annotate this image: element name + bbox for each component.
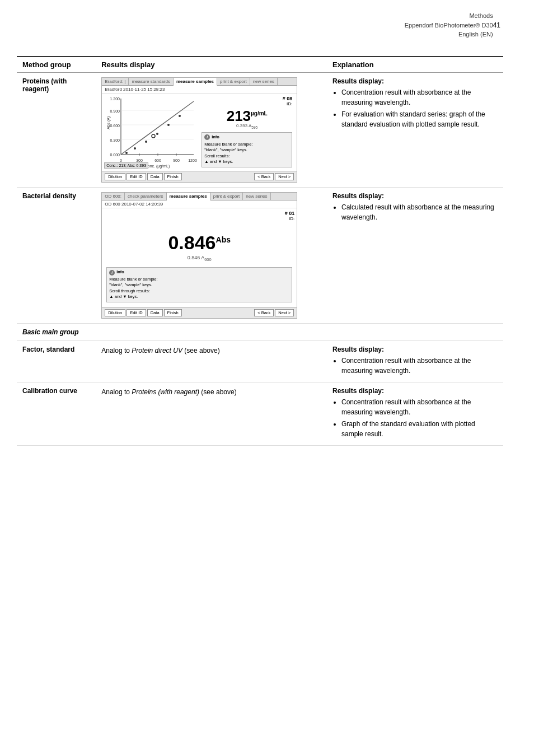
- explanation-cell-factor: Results display: Concentration result wi…: [327, 340, 503, 382]
- method-cell-factor: Factor, standard: [17, 340, 96, 382]
- bact-explanation-title: Results display:: [332, 192, 498, 200]
- page-header: Methods Eppendorf BioPhotometer® D30 Eng…: [0, 0, 500, 45]
- bact-info-line-1: Measure blank or sample:: [109, 277, 289, 283]
- bact-data-button[interactable]: Data: [147, 309, 163, 316]
- svg-text:0.000: 0.000: [110, 153, 120, 157]
- tab-measure-standards[interactable]: measure standards: [129, 78, 173, 85]
- bact-sub-value: 0.846 A600: [104, 255, 294, 262]
- screen-tabs: Bradford: | measure standards measure sa…: [102, 78, 297, 86]
- methods-table: Method group Results display Explanation…: [17, 56, 503, 446]
- screen-header: Bradford 2010-11-25 15:28:23: [102, 86, 297, 94]
- language-label: English (EN): [458, 31, 493, 38]
- results-cell-calib: Analog to Proteins (with reagent) (see a…: [96, 382, 327, 445]
- screen-footer: Dilution Edit ID Data Finish < Back Next…: [102, 171, 297, 182]
- svg-text:0.900: 0.900: [110, 109, 120, 113]
- calib-method-name: Calibration curve: [22, 387, 77, 395]
- explanation-cell: Results display: Concentration result wi…: [327, 72, 503, 187]
- explanation-list: Concentration result with absorbance at …: [332, 87, 498, 129]
- bact-finish-button[interactable]: Finish: [164, 309, 182, 316]
- product-label: Eppendorf BioPhotometer® D30: [405, 22, 493, 29]
- tab-check-params[interactable]: check parameters: [125, 193, 167, 200]
- conc-label: Conc.: 213; Abs: 0.393: [104, 162, 148, 169]
- bact-sample-num: # 01: [285, 211, 295, 216]
- bact-edit-id-button[interactable]: Edit ID: [127, 309, 146, 316]
- bact-info-header: i Info: [109, 269, 289, 276]
- bact-info-line-3: Scroll through results:: [109, 288, 289, 295]
- tab-new-series-bact[interactable]: new series: [243, 193, 270, 200]
- bact-info-line-2: "blank", "sample" keys.: [109, 282, 289, 288]
- screen-header-bact: OD 600 2010-07-02 14:20:39: [102, 200, 297, 208]
- tab-print-export[interactable]: print & export: [217, 78, 250, 85]
- svg-text:300: 300: [136, 158, 143, 162]
- info-line-3: Scroll results:: [204, 153, 289, 160]
- bact-body: # 01 ID: 0.846Abs 0.846 A600 i: [102, 208, 297, 307]
- bact-sample-info: # 01 ID:: [104, 211, 294, 223]
- calib-explanation-title: Results display:: [332, 387, 498, 395]
- bact-back-button[interactable]: < Back: [254, 309, 274, 316]
- bact-dilution-button[interactable]: Dilution: [105, 309, 125, 316]
- svg-point-20: [145, 141, 147, 143]
- bradford-screen: Bradford: | measure standards measure sa…: [101, 77, 297, 183]
- data-button[interactable]: Data: [147, 173, 163, 180]
- concentration-value: 213µg/mL: [202, 109, 292, 123]
- col-header-results: Results display: [96, 57, 327, 73]
- explanation-item: Concentration result with absorbance at …: [341, 87, 498, 108]
- tab-measure-samples[interactable]: measure samples: [174, 78, 217, 86]
- method-name: Bacterial density: [22, 192, 76, 200]
- factor-explanation-list: Concentration result with absorbance at …: [332, 356, 498, 376]
- dilution-button[interactable]: Dilution: [105, 173, 125, 180]
- svg-point-21: [156, 133, 158, 135]
- bact-next-button[interactable]: Next >: [275, 309, 294, 316]
- info-header: i Info: [204, 134, 289, 141]
- table-row-group: Basic main group: [17, 323, 503, 340]
- next-button[interactable]: Next >: [275, 173, 294, 180]
- svg-point-24: [152, 134, 155, 138]
- tab-bradford[interactable]: Bradford: |: [102, 78, 129, 85]
- sample-id: ID:: [202, 101, 292, 106]
- right-panel: # 08 ID: 213µg/mL 0.393 A595 i Info: [199, 96, 294, 169]
- group-header-cell: Basic main group: [17, 323, 503, 340]
- bact-screen-footer: Dilution Edit ID Data Finish < Back Next…: [102, 307, 297, 318]
- od600-datetime: OD 600 2010-07-02 14:20:39: [105, 202, 163, 207]
- calib-explanation-list: Concentration result with absorbance at …: [332, 397, 498, 439]
- sample-number: # 08: [202, 96, 292, 101]
- tab-measure-samples-bact[interactable]: measure samples: [167, 193, 210, 200]
- svg-point-18: [125, 152, 128, 154]
- factor-explanation-title: Results display:: [332, 346, 498, 353]
- back-button[interactable]: < Back: [254, 173, 274, 180]
- method-cell: Bacterial density: [17, 187, 96, 323]
- screen-body: 0.000 0.300 0.600 0.900 1.200 Abs (A) 0: [102, 94, 297, 171]
- bact-info-title: Info: [116, 269, 124, 276]
- bact-info-icon: i: [109, 270, 115, 276]
- col-header-explanation: Explanation: [327, 57, 503, 73]
- info-box: i Info Measure blank or sample: "blank",…: [202, 132, 292, 167]
- chart-svg: 0.000 0.300 0.600 0.900 1.200 Abs (A) 0: [104, 96, 199, 169]
- tab-od600[interactable]: OD 600:: [102, 193, 125, 200]
- method-cell: Proteins (with reagent): [17, 72, 96, 187]
- svg-text:Abs (A): Abs (A): [106, 116, 111, 129]
- tab-new-series[interactable]: new series: [250, 78, 278, 85]
- info-icon: i: [204, 134, 210, 140]
- tab-print-export-bact[interactable]: print & export: [210, 193, 243, 200]
- svg-text:600: 600: [154, 158, 161, 162]
- explanation-item: Concentration result with absorbance at …: [341, 356, 498, 376]
- info-line-1: Measure blank or sample:: [204, 142, 289, 148]
- factor-analog-italic: Protein direct UV: [132, 347, 182, 354]
- table-row: Proteins (with reagent) Bradford: | meas…: [17, 72, 503, 187]
- svg-text:900: 900: [173, 158, 180, 162]
- svg-text:0.300: 0.300: [110, 138, 120, 142]
- method-name: Proteins (with reagent): [22, 77, 67, 93]
- finish-button[interactable]: Finish: [164, 173, 182, 180]
- explanation-item: Graph of the standard evaluation with pl…: [341, 419, 498, 439]
- svg-text:1200: 1200: [188, 158, 197, 162]
- svg-text:0.600: 0.600: [110, 124, 120, 128]
- table-row: Calibration curve Analog to Proteins (wi…: [17, 382, 503, 445]
- svg-point-23: [179, 115, 181, 117]
- table-row: Bacterial density OD 600: check paramete…: [17, 187, 503, 323]
- results-cell-factor: Analog to Protein direct UV (see above): [96, 340, 327, 382]
- svg-point-19: [134, 147, 136, 150]
- od600-screen: OD 600: check parameters measure samples…: [101, 192, 297, 319]
- calib-analog-italic: Proteins (with reagent): [132, 388, 199, 396]
- explanation-cell-calib: Results display: Concentration result wi…: [327, 382, 503, 445]
- edit-id-button[interactable]: Edit ID: [127, 173, 146, 180]
